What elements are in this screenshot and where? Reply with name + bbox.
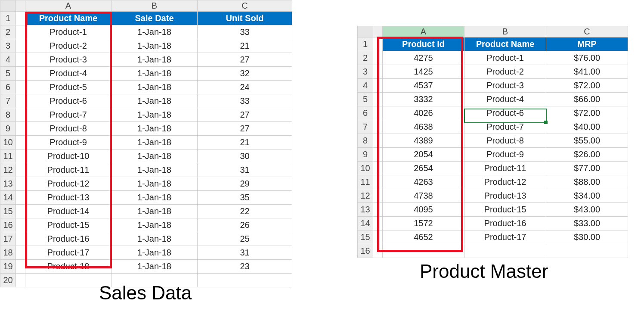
cell[interactable]: $30.00 bbox=[546, 230, 628, 244]
cell[interactable]: Product-6 bbox=[464, 106, 546, 120]
cell[interactable]: 1-Jan-18 bbox=[111, 67, 198, 81]
row-header[interactable]: 17 bbox=[0, 232, 16, 246]
row-header[interactable]: 12 bbox=[358, 189, 373, 203]
cell[interactable]: Product-8 bbox=[25, 122, 111, 136]
cell[interactable]: 3332 bbox=[383, 93, 464, 106]
cell[interactable]: 33 bbox=[198, 94, 292, 108]
row-header[interactable]: 10 bbox=[358, 162, 373, 175]
cell[interactable]: 1-Jan-18 bbox=[111, 25, 198, 39]
cell[interactable] bbox=[16, 12, 25, 25]
cell[interactable]: Product-13 bbox=[25, 191, 111, 205]
cell[interactable]: 4275 bbox=[383, 51, 464, 65]
col-header[interactable]: B bbox=[464, 26, 546, 37]
col-gutter[interactable] bbox=[373, 26, 383, 37]
cell[interactable]: 1-Jan-18 bbox=[111, 177, 198, 191]
cell[interactable]: 29 bbox=[198, 177, 292, 191]
cell[interactable]: Product-9 bbox=[25, 136, 111, 149]
cell[interactable]: 21 bbox=[198, 136, 292, 149]
row-header[interactable]: 8 bbox=[0, 108, 16, 122]
row-header[interactable]: 12 bbox=[0, 163, 16, 177]
row-header[interactable]: 18 bbox=[0, 246, 16, 260]
cell[interactable]: 1572 bbox=[383, 217, 464, 230]
row-header[interactable]: 4 bbox=[358, 79, 373, 93]
cell[interactable]: 1-Jan-18 bbox=[111, 53, 198, 67]
cell[interactable]: Product-7 bbox=[464, 120, 546, 134]
cell[interactable]: 22 bbox=[198, 205, 292, 218]
row-header[interactable]: 15 bbox=[0, 205, 16, 218]
row-header[interactable]: 3 bbox=[0, 39, 16, 53]
cell[interactable]: Product-12 bbox=[25, 177, 111, 191]
cell[interactable]: 31 bbox=[198, 246, 292, 260]
cell[interactable]: Product-4 bbox=[25, 67, 111, 81]
cell[interactable]: 33 bbox=[198, 25, 292, 39]
cell[interactable]: Product-3 bbox=[464, 79, 546, 93]
row-header[interactable]: 6 bbox=[358, 106, 373, 120]
cell[interactable]: Product-15 bbox=[464, 203, 546, 217]
cell[interactable]: Product-9 bbox=[464, 148, 546, 162]
header-cell[interactable]: MRP bbox=[546, 37, 628, 51]
cell[interactable]: $26.00 bbox=[546, 148, 628, 162]
row-header[interactable]: 2 bbox=[0, 25, 16, 39]
cell[interactable]: $72.00 bbox=[546, 106, 628, 120]
col-gutter[interactable] bbox=[16, 0, 25, 12]
sales-table[interactable]: A B C 1 Product Name Sale Date Unit Sold… bbox=[0, 0, 292, 287]
row-header[interactable]: 4 bbox=[0, 53, 16, 67]
cell[interactable]: 21 bbox=[198, 39, 292, 53]
cell[interactable]: 1-Jan-18 bbox=[111, 163, 198, 177]
cell[interactable]: 2654 bbox=[383, 162, 464, 175]
col-header[interactable]: C bbox=[198, 0, 292, 12]
cell[interactable]: 4638 bbox=[383, 120, 464, 134]
row-header[interactable]: 8 bbox=[358, 134, 373, 148]
cell[interactable]: Product-16 bbox=[25, 232, 111, 246]
cell[interactable]: 1-Jan-18 bbox=[111, 149, 198, 163]
row-header[interactable]: 5 bbox=[358, 93, 373, 106]
cell[interactable]: 24 bbox=[198, 81, 292, 94]
row-header[interactable]: 1 bbox=[358, 37, 373, 51]
cell[interactable]: 27 bbox=[198, 108, 292, 122]
row-header[interactable]: 15 bbox=[358, 230, 373, 244]
row-header[interactable]: 2 bbox=[358, 51, 373, 65]
cell[interactable]: $66.00 bbox=[546, 93, 628, 106]
col-header[interactable]: C bbox=[546, 26, 628, 37]
cell[interactable]: $55.00 bbox=[546, 134, 628, 148]
cell[interactable]: Product-7 bbox=[25, 108, 111, 122]
row-header[interactable]: 3 bbox=[358, 65, 373, 79]
cell[interactable]: $40.00 bbox=[546, 120, 628, 134]
row-header[interactable]: 7 bbox=[0, 94, 16, 108]
cell[interactable]: $77.00 bbox=[546, 162, 628, 175]
master-table[interactable]: A B C 1 Product Id Product Name MRP 2427… bbox=[357, 26, 628, 258]
row-header[interactable]: 5 bbox=[0, 67, 16, 81]
cell[interactable]: Product-2 bbox=[464, 65, 546, 79]
cell[interactable]: 1-Jan-18 bbox=[111, 81, 198, 94]
col-header[interactable]: A bbox=[25, 0, 111, 12]
cell[interactable]: Product-5 bbox=[25, 81, 111, 94]
cell[interactable]: Product-12 bbox=[464, 175, 546, 189]
cell[interactable]: 1-Jan-18 bbox=[111, 246, 198, 260]
cell[interactable]: $88.00 bbox=[546, 175, 628, 189]
cell[interactable]: Product-11 bbox=[464, 162, 546, 175]
row-header[interactable]: 13 bbox=[0, 177, 16, 191]
cell[interactable]: Product-17 bbox=[464, 230, 546, 244]
cell[interactable]: 35 bbox=[198, 191, 292, 205]
row-header[interactable]: 6 bbox=[0, 81, 16, 94]
cell[interactable]: 1-Jan-18 bbox=[111, 260, 198, 274]
cell[interactable]: $76.00 bbox=[546, 51, 628, 65]
cell[interactable]: Product-2 bbox=[25, 39, 111, 53]
cell[interactable]: 1-Jan-18 bbox=[111, 232, 198, 246]
row-header[interactable]: 11 bbox=[0, 149, 16, 163]
cell[interactable]: 31 bbox=[198, 163, 292, 177]
row-header[interactable]: 16 bbox=[358, 244, 373, 258]
cell[interactable]: Product-3 bbox=[25, 53, 111, 67]
cell[interactable]: 2054 bbox=[383, 148, 464, 162]
cell[interactable]: Product-15 bbox=[25, 218, 111, 232]
cell[interactable]: 4537 bbox=[383, 79, 464, 93]
row-header[interactable]: 13 bbox=[358, 203, 373, 217]
cell[interactable]: 27 bbox=[198, 53, 292, 67]
cell[interactable]: 32 bbox=[198, 67, 292, 81]
select-all-corner[interactable] bbox=[358, 26, 373, 37]
cell[interactable]: Product-6 bbox=[25, 94, 111, 108]
cell[interactable]: 1-Jan-18 bbox=[111, 191, 198, 205]
cell[interactable]: 4095 bbox=[383, 203, 464, 217]
cell[interactable]: 1-Jan-18 bbox=[111, 218, 198, 232]
cell[interactable]: Product-17 bbox=[25, 246, 111, 260]
